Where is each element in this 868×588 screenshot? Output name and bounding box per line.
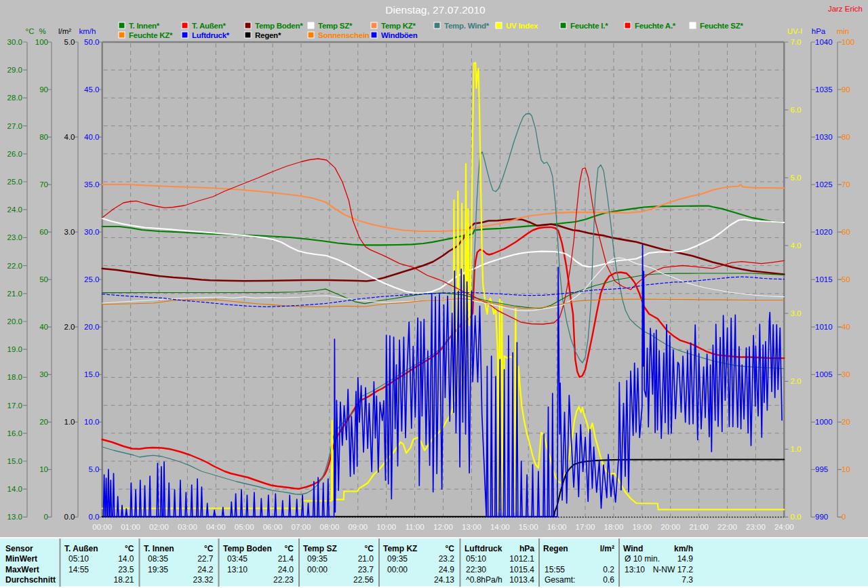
svg-text:1005: 1005 (815, 370, 833, 378)
svg-text:14.0: 14.0 (7, 485, 22, 493)
svg-text:°C: °C (125, 544, 134, 553)
svg-text:50: 50 (39, 275, 48, 283)
svg-text:°C: °C (204, 544, 214, 553)
svg-text:11:00: 11:00 (406, 523, 425, 531)
svg-text:T. Innen: T. Innen (144, 544, 174, 553)
svg-text:00:00: 00:00 (387, 565, 408, 574)
svg-text:10:00: 10:00 (376, 523, 396, 531)
svg-text:10: 10 (842, 465, 850, 473)
svg-text:15.0: 15.0 (84, 370, 99, 378)
svg-text:13.0: 13.0 (7, 513, 22, 521)
svg-text:5.0: 5.0 (791, 174, 802, 182)
svg-text:03:45: 03:45 (227, 554, 248, 564)
svg-text:1035: 1035 (815, 85, 833, 94)
svg-text:14.0: 14.0 (118, 554, 134, 564)
svg-text:09:35: 09:35 (387, 554, 408, 564)
svg-text:20.0: 20.0 (84, 323, 99, 331)
svg-text:Temp SZ: Temp SZ (303, 544, 337, 553)
svg-text:T. Innen*: T. Innen* (129, 22, 160, 30)
svg-text:19:35: 19:35 (148, 565, 168, 574)
svg-text:T. Außen*: T. Außen* (192, 22, 226, 30)
svg-text:00:00: 00:00 (307, 565, 328, 574)
svg-text:21.0: 21.0 (358, 554, 374, 564)
svg-text:45.0: 45.0 (84, 85, 99, 94)
svg-text:2.0: 2.0 (791, 377, 802, 385)
svg-text:Sonnenschein: Sonnenschein (318, 31, 370, 39)
svg-text:23.2: 23.2 (439, 554, 455, 564)
svg-text:18.0: 18.0 (7, 373, 22, 381)
svg-text:25.0: 25.0 (7, 178, 22, 186)
svg-text:80: 80 (842, 133, 850, 141)
svg-text:06:00: 06:00 (263, 523, 283, 531)
svg-text:29.0: 29.0 (7, 66, 22, 74)
svg-text:50: 50 (842, 275, 850, 283)
svg-text:22.23: 22.23 (273, 575, 294, 585)
svg-text:01:00: 01:00 (121, 523, 140, 531)
svg-text:13:10: 13:10 (625, 565, 645, 574)
svg-text:Temp SZ*: Temp SZ* (318, 22, 353, 30)
svg-text:Luftdruck*: Luftdruck* (192, 31, 230, 39)
svg-text:Feuchte KZ*: Feuchte KZ* (129, 31, 173, 39)
svg-text:3.0: 3.0 (791, 309, 802, 317)
svg-text:70: 70 (842, 180, 850, 189)
svg-text:0: 0 (44, 513, 48, 521)
svg-text:10: 10 (39, 465, 48, 473)
svg-text:1.0: 1.0 (791, 445, 802, 453)
svg-text:1010: 1010 (815, 323, 833, 331)
svg-text:21:00: 21:00 (689, 523, 709, 531)
svg-text:15:55: 15:55 (545, 565, 565, 574)
svg-text:23.7: 23.7 (358, 565, 374, 574)
svg-text:Feuchte A.*: Feuchte A.* (635, 22, 676, 30)
svg-text:23.32: 23.32 (193, 575, 213, 585)
svg-text:1030: 1030 (815, 133, 833, 141)
svg-text:Temp Boden: Temp Boden (223, 544, 272, 553)
svg-text:13:00: 13:00 (462, 523, 481, 531)
svg-text:0.0: 0.0 (791, 513, 802, 521)
svg-text:30.0: 30.0 (7, 38, 22, 46)
svg-text:1000: 1000 (815, 418, 833, 426)
svg-text:21.0: 21.0 (7, 290, 22, 298)
svg-text:T. Außen: T. Außen (64, 544, 98, 553)
svg-text:min: min (837, 27, 850, 35)
svg-text:90: 90 (842, 85, 850, 94)
svg-text:1020: 1020 (815, 228, 833, 236)
svg-text:22.0: 22.0 (7, 262, 22, 270)
svg-text:30: 30 (842, 370, 850, 378)
svg-text:0.2: 0.2 (603, 565, 614, 574)
svg-text:25.0: 25.0 (84, 275, 99, 283)
svg-text:l/m²: l/m² (58, 27, 71, 35)
svg-text:22.56: 22.56 (353, 575, 374, 585)
svg-text:1040: 1040 (815, 38, 833, 46)
svg-text:14:00: 14:00 (490, 523, 510, 531)
svg-text:5.0: 5.0 (89, 465, 100, 473)
svg-text:09:00: 09:00 (348, 523, 368, 531)
svg-text:20.0: 20.0 (7, 317, 22, 326)
svg-text:N-NW 17.2: N-NW 17.2 (653, 565, 694, 574)
svg-text:03:00: 03:00 (178, 523, 197, 531)
svg-text:27.0: 27.0 (7, 122, 22, 130)
svg-text:15.0: 15.0 (7, 457, 22, 465)
svg-text:MaxWert: MaxWert (5, 565, 39, 574)
svg-text:18:00: 18:00 (604, 523, 624, 531)
svg-text:Jarz Erich: Jarz Erich (828, 5, 863, 13)
svg-text:24.9: 24.9 (439, 565, 455, 574)
svg-text:28.0: 28.0 (7, 94, 22, 102)
svg-text:Temp KZ*: Temp KZ* (381, 22, 416, 30)
svg-text:05:10: 05:10 (68, 554, 89, 564)
svg-text:23.0: 23.0 (7, 233, 22, 241)
svg-text:6.0: 6.0 (791, 106, 802, 114)
svg-text:%: % (39, 27, 45, 35)
svg-text:60: 60 (842, 228, 850, 236)
svg-text:35.0: 35.0 (84, 180, 99, 189)
svg-text:24:00: 24:00 (774, 523, 794, 531)
svg-text:0: 0 (842, 513, 846, 521)
svg-text:12:00: 12:00 (433, 523, 453, 531)
svg-text:Gesamt:: Gesamt: (545, 575, 575, 585)
svg-text:Wind: Wind (623, 544, 643, 553)
svg-text:15:00: 15:00 (519, 523, 538, 531)
svg-text:23.5: 23.5 (118, 565, 134, 574)
svg-text:22:00: 22:00 (717, 523, 737, 531)
svg-text:20:00: 20:00 (660, 523, 680, 531)
svg-text:70: 70 (39, 180, 48, 189)
svg-text:1013.4: 1013.4 (509, 575, 534, 585)
